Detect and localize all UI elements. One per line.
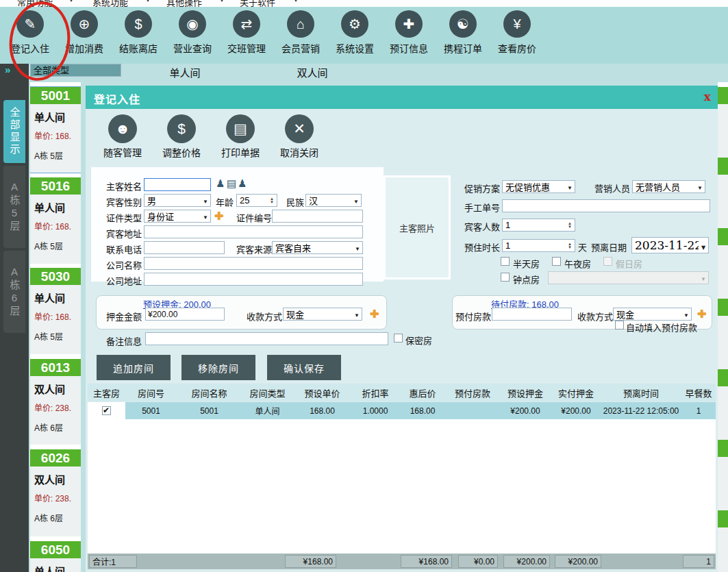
secret-room-label: 保密房	[405, 334, 432, 347]
room-card-6026[interactable]: 6026 双人间 单价: 238. A栋 6层	[30, 449, 81, 536]
menu-item[interactable]: 常用功能	[17, 0, 53, 7]
guest-source-select[interactable]: 宾客自来	[272, 241, 363, 254]
add-id-type-icon[interactable]: ✚	[214, 210, 223, 223]
add-person-icon[interactable]: ♟	[238, 177, 247, 190]
toolbar-button-ctrip-order[interactable]: ☯ 携程订单	[437, 7, 489, 64]
half-day-checkbox[interactable]	[501, 257, 510, 266]
holiday-checkbox	[603, 257, 612, 266]
id-card-reader-icon[interactable]: ▤	[227, 177, 236, 190]
marketer-select[interactable]: 无营销人员	[632, 180, 705, 193]
company-address-input[interactable]	[144, 273, 363, 286]
toolbar-button-label: 结账离店	[119, 41, 158, 55]
toolbar-button-business-query[interactable]: ◉ 营业查询	[166, 7, 218, 64]
tab-all-types[interactable]: 全部类型	[30, 64, 121, 77]
tab-double-room[interactable]: 双人间	[249, 64, 376, 82]
midnight-checkbox[interactable]	[552, 257, 561, 266]
room-number: 5016	[30, 177, 81, 195]
deposit-pay-method-label: 收款方式	[247, 310, 282, 323]
room-card-6013[interactable]: 6013 双人间 单价: 238. A栋 6层	[30, 359, 81, 445]
main-room-checkbox[interactable]	[102, 406, 111, 415]
guest-name-input[interactable]	[144, 178, 211, 191]
stay-length-stepper[interactable]: 1	[502, 239, 575, 252]
add-prepay-icon[interactable]: ✚	[697, 308, 706, 321]
guest-address-input[interactable]	[144, 225, 363, 238]
tab-single-room[interactable]: 单人间	[121, 64, 249, 82]
auto-fill-prepay-checkbox[interactable]	[615, 321, 624, 329]
room-card-5001[interactable]: 5001 单人间 单价: 168. A栋 5层	[30, 87, 81, 173]
menu-item[interactable]: 系统功能	[92, 0, 128, 7]
prepay-input[interactable]	[492, 308, 572, 321]
add-room-button[interactable]: 追加房间	[97, 355, 171, 380]
toolbar-button-system-settings[interactable]: ⚙ 系统设置	[329, 7, 381, 64]
remove-room-button[interactable]: 移除房间	[181, 355, 255, 380]
button-label: 取消关闭	[280, 145, 318, 159]
sidebar-tab-building-a-floor6[interactable]: A栋6层	[3, 251, 25, 333]
room-price: 单价: 168.	[34, 310, 81, 322]
cancel-close-button[interactable]: ✕ 取消关闭	[277, 114, 321, 159]
adjust-price-button[interactable]: $ 调整价格	[160, 114, 203, 159]
toolbar-button-label: 查看房价	[498, 41, 536, 55]
deposit-pay-method-select[interactable]: 现金	[283, 308, 362, 321]
guest-address-label: 宾客地址	[106, 227, 142, 240]
ethnic-label: 民族	[286, 195, 304, 208]
toolbar-button-checkin[interactable]: ✎ 登记入住	[4, 7, 56, 64]
manual-no-input[interactable]	[502, 199, 710, 212]
toolbar-button-label: 预订信息	[390, 41, 428, 55]
remark-input[interactable]	[145, 332, 388, 345]
close-icon[interactable]: x	[704, 90, 711, 103]
id-number-input[interactable]	[272, 210, 363, 223]
spinner-arrows-icon[interactable]	[268, 197, 277, 204]
checkout-icon: $	[125, 10, 152, 38]
menu-item[interactable]: 其他操作	[166, 0, 202, 7]
chevron-down-icon	[699, 238, 708, 252]
toolbar-button-label: 系统设置	[336, 41, 374, 55]
chevron-down-icon	[353, 243, 362, 253]
ethnic-select[interactable]: 汉	[305, 194, 362, 207]
age-stepper[interactable]: 25	[236, 194, 277, 207]
room-card-5030[interactable]: 5030 单人间 单价: 168. A栋 5层	[30, 268, 81, 354]
expand-sidebar-icon[interactable]: »	[5, 64, 10, 75]
prepay-method-select[interactable]: 现金	[613, 308, 692, 321]
button-label: 随客管理	[103, 145, 142, 159]
accompany-guests-button[interactable]: ☻ 随客管理	[101, 114, 145, 159]
toolbar-button-booking-info[interactable]: ✚ 预订信息	[383, 7, 435, 64]
stay-unit-label: 天	[578, 240, 587, 253]
hourly-checkbox[interactable]	[501, 273, 510, 282]
toolbar-button-checkout[interactable]: $ 结账离店	[112, 7, 164, 64]
phone-input[interactable]	[144, 241, 225, 254]
remark-label: 备注信息	[106, 334, 142, 347]
sidebar-tab-show-all[interactable]: 全部显示	[3, 100, 25, 163]
toolbar-button-shift-management[interactable]: ⇄ 交班管理	[221, 7, 273, 64]
guest-person-icon[interactable]: ♟	[216, 177, 225, 190]
add-deposit-pay-icon[interactable]: ✚	[370, 308, 379, 321]
gender-select[interactable]: 男	[144, 194, 211, 207]
company-name-input[interactable]	[144, 257, 363, 270]
secret-room-checkbox[interactable]	[394, 334, 403, 343]
total-final-price: ¥168.00	[401, 555, 452, 568]
room-card-6050[interactable]: 6050 单人间	[30, 541, 81, 572]
depart-date-picker[interactable]: 2023-11-22	[631, 237, 709, 253]
room-price: 单价: 168.	[34, 129, 81, 141]
guest-photo-box[interactable]: 主客照片	[384, 175, 451, 279]
room-floor: A栋 6层	[34, 512, 81, 523]
spinner-arrows-icon[interactable]	[566, 222, 575, 229]
toolbar-button-label: 携程订单	[444, 41, 482, 55]
guest-count-stepper[interactable]: 1	[502, 219, 575, 232]
chevron-down-icon: ▼	[293, 0, 299, 3]
print-receipt-button[interactable]: ▤ 打印单据	[218, 114, 262, 159]
sidebar-tab-building-a-floor5[interactable]: A栋5层	[3, 166, 25, 248]
id-type-select[interactable]: 身份证	[144, 210, 211, 223]
toolbar-button-add-consumption[interactable]: ⊕ 增加消费	[58, 7, 110, 64]
spinner-arrows-icon[interactable]	[566, 243, 575, 249]
menu-item[interactable]: 关于软件	[240, 0, 275, 7]
add-consumption-icon: ⊕	[71, 10, 98, 38]
chevron-down-icon	[695, 182, 705, 192]
room-card-5016[interactable]: 5016 单人间 单价: 168. A栋 5层	[30, 177, 81, 264]
promo-select[interactable]: 无促销优惠	[502, 180, 575, 193]
adjust-price-icon: $	[167, 114, 196, 143]
deposit-amount-input[interactable]	[145, 308, 225, 321]
toolbar-button-view-rates[interactable]: ¥ 查看房价	[491, 7, 543, 64]
toolbar-button-member-marketing[interactable]: ⌂ 会员营销	[275, 7, 327, 64]
confirm-save-button[interactable]: 确认保存	[267, 355, 341, 380]
table-row[interactable]: 5001 5001 单人间 168.00 1.0000 168.00 ¥200.…	[88, 402, 716, 419]
